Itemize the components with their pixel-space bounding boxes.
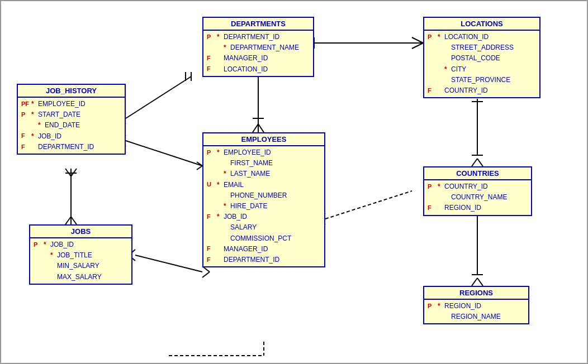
field-name: MAX_SALARY	[57, 272, 102, 282]
key-indicator: F	[207, 212, 217, 222]
field-name: EMPLOYEE_ID	[38, 99, 86, 109]
not-null-indicator: *	[50, 250, 57, 261]
key-indicator: P	[34, 240, 44, 250]
entity-body: P*LOCATION_IDSTREET_ADDRESSPOSTAL_CODE*C…	[424, 31, 539, 97]
field-name: REGION_NAME	[451, 312, 501, 322]
field-name: START_DATE	[38, 109, 80, 120]
not-null-indicator: *	[217, 212, 224, 222]
not-null-indicator: *	[217, 32, 224, 42]
svg-line-5	[126, 76, 191, 118]
entity-locations: LOCATIONSP*LOCATION_IDSTREET_ADDRESSPOST…	[423, 17, 540, 98]
table-row: SALARY	[207, 222, 321, 233]
not-null-indicator: *	[217, 147, 224, 158]
key-indicator: F	[21, 142, 31, 152]
not-null-indicator: *	[31, 131, 38, 142]
svg-line-47	[325, 191, 412, 219]
key-indicator: F	[207, 244, 217, 254]
field-name: LOCATION_ID	[224, 64, 268, 75]
field-name: REGION_ID	[444, 203, 481, 213]
entity-header: EMPLOYEES	[203, 133, 324, 146]
entity-jobs: JOBSP*JOB_ID*JOB_TITLEMIN_SALARYMAX_SALA…	[29, 224, 132, 285]
field-name: STATE_PROVINCE	[451, 75, 510, 85]
field-name: FIRST_NAME	[230, 158, 273, 169]
entity-body: P*COUNTRY_IDCOUNTRY_NAMEFREGION_ID	[424, 180, 531, 215]
not-null-indicator: *	[438, 301, 444, 312]
table-row: P*JOB_ID	[34, 240, 128, 250]
svg-line-43	[71, 217, 77, 224]
field-name: COUNTRY_ID	[444, 85, 488, 96]
field-name: DEPARTMENT_ID	[224, 255, 279, 265]
not-null-indicator: *	[31, 99, 38, 109]
entity-header: JOBS	[30, 226, 131, 238]
entity-departments: DEPARTMENTSP*DEPARTMENT_ID*DEPARTMENT_NA…	[202, 17, 314, 77]
table-row: REGION_NAME	[428, 312, 525, 322]
entity-employees: EMPLOYEESP*EMPLOYEE_IDFIRST_NAME*LAST_NA…	[202, 132, 325, 267]
not-null-indicator: *	[224, 169, 230, 179]
svg-line-14	[197, 166, 202, 170]
entity-header: DEPARTMENTS	[203, 18, 313, 31]
field-name: COUNTRY_NAME	[451, 192, 507, 203]
table-row: PHONE_NUMBER	[207, 190, 321, 201]
table-row: *LAST_NAME	[207, 169, 321, 179]
diagram-container: DEPARTMENTSP*DEPARTMENT_ID*DEPARTMENT_NA…	[0, 0, 588, 364]
key-indicator: F	[21, 131, 31, 141]
table-row: FIRST_NAME	[207, 158, 321, 169]
table-row: FDEPARTMENT_ID	[21, 142, 121, 152]
field-name: MIN_SALARY	[57, 261, 99, 271]
table-row: P*START_DATE	[21, 109, 121, 120]
table-row: FLOCATION_ID	[207, 64, 310, 75]
field-name: JOB_ID	[224, 212, 247, 222]
field-name: END_DATE	[45, 120, 80, 131]
key-indicator: P	[21, 110, 31, 120]
field-name: COMMISSION_PCT	[230, 233, 291, 244]
svg-line-13	[197, 162, 202, 166]
entity-header: JOB_HISTORY	[18, 85, 125, 98]
not-null-indicator: *	[438, 32, 444, 42]
entity-regions: REGIONSP*REGION_IDREGION_NAME	[423, 286, 529, 324]
table-row: P*DEPARTMENT_ID	[207, 32, 310, 42]
field-name: MANAGER_ID	[224, 244, 268, 255]
svg-line-42	[65, 217, 71, 224]
field-name: JOB_ID	[38, 131, 61, 142]
not-null-indicator: *	[438, 181, 444, 192]
field-name: JOB_TITLE	[57, 250, 92, 261]
key-indicator: U	[207, 180, 217, 190]
table-row: FMANAGER_ID	[207, 53, 310, 64]
key-indicator: F	[207, 64, 217, 74]
table-row: *END_DATE	[21, 120, 121, 131]
entity-body: PF*EMPLOYEE_IDP*START_DATE*END_DATEF*JOB…	[18, 98, 125, 154]
svg-line-10	[126, 141, 202, 166]
table-row: P*COUNTRY_ID	[428, 181, 528, 192]
table-row: F*JOB_ID	[21, 131, 121, 142]
key-indicator: P	[207, 148, 217, 158]
key-indicator: P	[207, 32, 217, 42]
svg-line-32	[135, 255, 202, 272]
not-null-indicator: *	[44, 240, 50, 250]
field-name: LAST_NAME	[230, 169, 270, 179]
table-row: U*EMAIL	[207, 180, 321, 190]
field-name: SALARY	[230, 222, 257, 233]
svg-line-40	[71, 169, 77, 176]
not-null-indicator: *	[224, 201, 230, 212]
field-name: EMPLOYEE_ID	[224, 147, 271, 158]
table-row: FCOUNTRY_ID	[428, 85, 536, 96]
field-name: STREET_ADDRESS	[451, 42, 514, 53]
table-row: STATE_PROVINCE	[428, 75, 536, 85]
key-indicator: P	[428, 32, 438, 42]
field-name: COUNTRY_ID	[444, 181, 488, 192]
entity-job-history: JOB_HISTORYPF*EMPLOYEE_IDP*START_DATE*EN…	[17, 84, 126, 155]
key-indicator: F	[428, 203, 438, 213]
svg-line-29	[472, 278, 477, 286]
key-indicator: F	[428, 86, 438, 96]
not-null-indicator: *	[31, 109, 38, 120]
entity-countries: COUNTRIESP*COUNTRY_IDCOUNTRY_NAMEFREGION…	[423, 166, 532, 216]
svg-line-39	[65, 169, 71, 176]
table-row: P*LOCATION_ID	[428, 32, 536, 42]
table-row: F*JOB_ID	[207, 212, 321, 222]
entity-body: P*JOB_ID*JOB_TITLEMIN_SALARYMAX_SALARY	[30, 238, 131, 284]
field-name: EMAIL	[224, 180, 244, 190]
field-name: DEPARTMENT_NAME	[230, 42, 299, 53]
entity-header: COUNTRIES	[424, 167, 531, 180]
svg-line-24	[472, 159, 477, 166]
field-name: POSTAL_CODE	[451, 53, 500, 64]
